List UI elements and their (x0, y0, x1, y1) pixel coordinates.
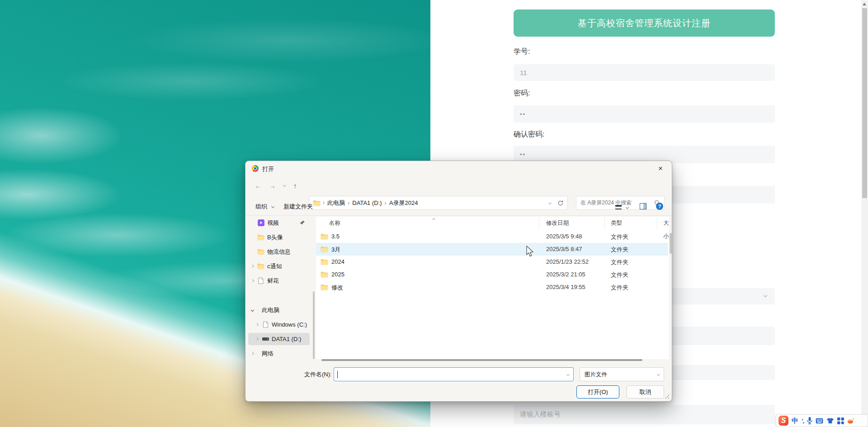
file-type: 文件夹 (611, 233, 628, 241)
column-header-date[interactable]: 修改日期 (546, 217, 569, 230)
list-view-icon (615, 205, 622, 209)
open-file-dialog: 打开 ✕ ← → ↑ 此电脑 › DATA1 (D:) › A录屏2024 在 … (245, 161, 672, 402)
view-chevron-icon (626, 206, 629, 209)
confirm-password-value: •• (520, 151, 526, 158)
sidebar-item-this-pc[interactable]: 此电脑 (248, 304, 310, 316)
file-date: 2025/3/5 8:47 (546, 246, 582, 252)
filetype-select[interactable]: 图片文件 (580, 367, 664, 381)
toolbox-grid-icon[interactable] (837, 418, 844, 424)
chevron-down-icon (764, 294, 767, 297)
sidebar-item-label: 鲜花 (267, 277, 279, 285)
help-icon: ? (656, 203, 663, 210)
video-icon (256, 219, 265, 226)
expand-chevron-icon[interactable] (248, 280, 256, 282)
password-input[interactable]: •• (514, 105, 775, 123)
filename-dropdown-chevron-icon[interactable] (566, 373, 570, 376)
ime-extra-icon[interactable] (847, 418, 854, 424)
list-scrollbar-thumb[interactable] (670, 233, 672, 254)
file-row[interactable]: 2024 2025/1/23 22:52 文件夹 (316, 256, 668, 268)
expand-chevron-icon[interactable] (248, 265, 256, 267)
file-list: 名称 修改日期 类型 大小 3.5 2025/3/5 9:48 文件夹 3月 2… (316, 217, 669, 359)
organize-button[interactable]: 组织 (255, 203, 274, 211)
file-row[interactable]: 3月 2025/3/5 8:47 文件夹 (316, 243, 668, 256)
sidebar-item-label: 此电脑 (262, 306, 279, 314)
file-name: 修改 (331, 284, 343, 292)
filetype-chevron-icon (657, 373, 660, 376)
scrollbar-thumb[interactable] (862, 8, 867, 198)
horizontal-scrollbar[interactable] (321, 359, 642, 361)
file-name: 2025 (331, 271, 344, 278)
building-number-input[interactable]: 请输入楼栋号 (514, 405, 775, 424)
drive-icon (261, 321, 270, 328)
file-type: 文件夹 (611, 271, 628, 279)
forward-button[interactable]: → (269, 182, 276, 190)
sogou-logo-icon[interactable]: S (778, 416, 788, 426)
ime-punctuation-icon[interactable]: ’, (802, 418, 804, 424)
sidebar-item-label: Windows (C:) (272, 321, 307, 328)
expand-chevron-icon[interactable] (248, 352, 256, 355)
sidebar-item-logistics[interactable]: 物流信息 (248, 246, 310, 258)
drive-icon (261, 337, 270, 341)
sidebar-item-label: B头像 (267, 233, 283, 242)
toolbar-separator (245, 215, 672, 216)
dialog-title: 打开 (262, 165, 274, 173)
microphone-icon[interactable] (807, 417, 812, 424)
sidebar-item-network[interactable]: 网络 (248, 347, 310, 360)
help-button[interactable]: ? (656, 203, 663, 210)
file-row[interactable]: 3.5 2025/3/5 9:48 文件夹 (316, 230, 668, 243)
file-date: 2025/1/23 22:52 (546, 258, 589, 265)
desktop: 基于高校宿舍管理系统设计注册 学号: 11 密码: •• 确认密码: •• 请输… (0, 0, 868, 427)
document-icon (256, 277, 265, 284)
pin-icon (300, 220, 305, 227)
student-id-label: 学号: (514, 47, 530, 57)
sort-ascending-icon (432, 218, 435, 221)
cancel-button[interactable]: 取消 (627, 385, 664, 399)
sidebar-item-b-avatar[interactable]: B头像 (248, 231, 310, 243)
scroll-up-icon[interactable] (863, 3, 866, 5)
ime-chinese-mode-icon[interactable]: 中 (792, 417, 798, 425)
column-header-size[interactable]: 大小 (663, 217, 669, 230)
column-header-name[interactable]: 名称 (329, 217, 340, 230)
filename-label: 文件名(N): (304, 370, 332, 379)
up-button[interactable]: ↑ (293, 182, 297, 190)
organize-chevron-icon (271, 205, 274, 208)
view-mode-button[interactable] (615, 204, 628, 211)
back-button[interactable]: ← (255, 182, 261, 190)
sidebar-item-windows-c[interactable]: Windows (C:) (248, 318, 310, 331)
new-folder-button[interactable]: 新建文件夹 (283, 203, 313, 211)
sidebar-item-data1-d[interactable]: DATA1 (D:) (248, 333, 310, 345)
collapse-chevron-icon[interactable] (248, 309, 256, 311)
resize-grip[interactable] (665, 394, 670, 399)
column-header-type[interactable]: 类型 (611, 217, 622, 230)
folder-icon (256, 263, 265, 269)
recent-locations-chevron-icon[interactable] (283, 184, 286, 187)
sidebar-item-c-notice[interactable]: c通知 (248, 260, 310, 272)
open-button[interactable]: 打开(O) (576, 385, 619, 399)
organize-label: 组织 (255, 203, 267, 210)
expand-chevron-icon[interactable] (253, 323, 261, 326)
password-label: 密码: (514, 89, 530, 98)
student-id-input[interactable]: 11 (514, 64, 775, 81)
sidebar-item-label: 视频 (267, 219, 279, 227)
sidebar-item-label: 网络 (262, 350, 274, 358)
file-type: 文件夹 (611, 246, 628, 254)
filename-input[interactable] (334, 367, 574, 381)
dialog-titlebar[interactable]: 打开 ✕ (245, 161, 672, 176)
keyboard-icon[interactable] (816, 418, 823, 424)
sidebar-item-videos[interactable]: 视频 (248, 217, 310, 229)
student-id-value: 11 (520, 69, 527, 76)
close-button[interactable]: ✕ (656, 164, 665, 173)
folder-icon (321, 233, 328, 241)
preview-pane-icon (640, 203, 646, 209)
file-row[interactable]: 修改 2025/3/4 19:55 文件夹 (316, 281, 668, 294)
preview-pane-button[interactable] (640, 203, 646, 211)
file-row[interactable]: 2025 2025/3/2 21:05 文件夹 (316, 268, 668, 281)
sidebar-item-flowers[interactable]: 鲜花 (248, 275, 310, 287)
expand-chevron-icon[interactable] (253, 338, 261, 340)
password-value: •• (520, 111, 526, 118)
skin-shirt-icon[interactable] (826, 418, 834, 424)
sidebar-item-label: c通知 (267, 262, 282, 270)
sidebar-scrollbar[interactable] (312, 217, 315, 359)
file-type: 文件夹 (611, 284, 628, 292)
page-scrollbar[interactable] (861, 0, 868, 427)
